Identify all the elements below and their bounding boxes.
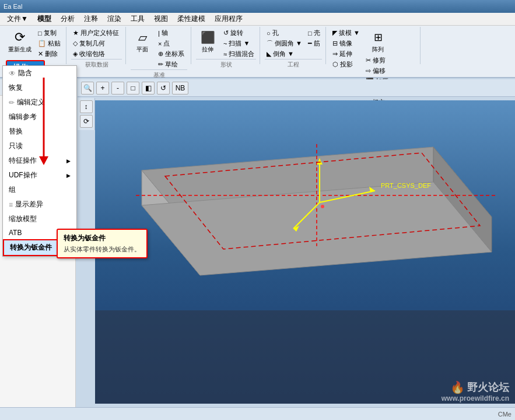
btn-trim[interactable]: ✂ 修剪 [364, 55, 393, 65]
btn-pattern[interactable]: ⊞ 阵列 [364, 28, 393, 55]
vt-rotate[interactable]: ↺ [157, 82, 170, 94]
btn-point[interactable]: × 点 [156, 38, 186, 48]
vt-nb[interactable]: NB [172, 82, 188, 94]
axis-icon: | [158, 30, 160, 37]
status-text: CMe [498, 411, 512, 418]
btn-copy[interactable]: □ 复制 [36, 28, 62, 38]
tooltip-description: 从实体零件转换为钣金件。 [64, 245, 141, 254]
dropdown-item-show-diff[interactable]: ≡ 显示差异 [3, 197, 76, 212]
group-label-getdata: 获取数据 [71, 59, 122, 69]
model-area: PRT_CSYS_DEF [95, 97, 515, 407]
btn-shell[interactable]: □ 壳 [306, 28, 322, 38]
left-mini-toolbar: ↕ ⟳ [78, 98, 95, 130]
paste-icon: 📋 [38, 40, 46, 47]
svg-text:PRT_CSYS_DEF: PRT_CSYS_DEF [381, 182, 431, 189]
menu-model[interactable]: 模型 [33, 13, 56, 25]
btn-rib[interactable]: ━ 筋 [306, 38, 322, 48]
dropdown-item-readonly[interactable]: 只读 [3, 139, 76, 153]
btn-chamfer[interactable]: ◣ 倒角 ▼ [265, 49, 304, 59]
title-text: Ea Eal [3, 3, 22, 10]
blend-icon: ≈ [223, 51, 227, 58]
shell-icon: □ [308, 30, 312, 37]
btn-offset[interactable]: ⇨ 偏移 [364, 66, 393, 76]
dropdown-item-edit-ref[interactable]: 编辑参考 [3, 110, 76, 124]
btn-project[interactable]: ⬡ 投影 [331, 60, 362, 69]
vt-zoom-in[interactable]: + [96, 82, 109, 94]
udf-ops-arrow: ▶ [66, 173, 71, 178]
revolve-icon: ↺ [223, 29, 229, 37]
restore-label: 恢复 [9, 83, 23, 93]
group-label-shape: 形状 [196, 59, 256, 69]
ribbon: ⟳ 重新生成 □ 复制 📋 粘贴 ✕ 删除 操作 ▼ 操作 [0, 26, 515, 78]
vt-view2[interactable]: ◧ [142, 82, 155, 94]
menu-view[interactable]: 视图 [149, 13, 173, 25]
ops-dropdown: 👁 隐含 恢复 ✏ 编辑定义 编辑参考 替换 只读 特征操作 ▶ UDF操作 ▶… [2, 65, 77, 257]
btn-plane[interactable]: ▱ 平面 [131, 28, 154, 55]
btn-sketch[interactable]: ✏ 草绘 [156, 60, 186, 69]
dropdown-item-restore[interactable]: 恢复 [3, 80, 76, 95]
copy-geo-icon: ◇ [73, 40, 78, 47]
viewport-toolbar: 🔍 + - □ ◧ ↺ NB [78, 79, 515, 97]
btn-blend[interactable]: ≈ 扫描混合 [222, 49, 256, 59]
vt-view1[interactable]: □ [127, 82, 139, 94]
mirror-icon: ⊟ [332, 40, 338, 47]
svg-point-15 [321, 205, 324, 208]
btn-mirror[interactable]: ⊟ 镜像 [331, 38, 362, 48]
menu-flex-model[interactable]: 柔性建模 [173, 13, 210, 25]
regenerate-icon: ⟳ [12, 29, 28, 46]
draft-icon: ◤ [332, 29, 337, 37]
btn-sweep[interactable]: ~ 扫描 ▼ [222, 38, 256, 48]
btn-extrude[interactable]: ⬛ 拉伸 [196, 28, 219, 55]
point-icon: × [158, 40, 162, 47]
dropdown-item-scale[interactable]: 缩放模型 [3, 212, 76, 226]
btn-user-feature[interactable]: ★ 用户定义特征 [71, 28, 121, 38]
dropdown-item-feature-ops[interactable]: 特征操作 ▶ [3, 153, 76, 168]
lt-btn2[interactable]: ⟳ [80, 115, 93, 128]
edit-def-icon: ✏ [9, 99, 15, 107]
btn-pattern-label: 阵列 [372, 46, 384, 54]
udf-ops-label: UDF操作 [9, 170, 37, 180]
feature-ops-arrow: ▶ [66, 158, 71, 164]
menu-render[interactable]: 渲染 [103, 13, 126, 25]
lt-btn1[interactable]: ↕ [80, 100, 93, 113]
btn-shrinkwrap[interactable]: ◈ 收缩包络 [71, 49, 121, 59]
dropdown-item-hide[interactable]: 👁 隐含 [3, 66, 76, 80]
btn-round[interactable]: ⌒ 倒圆角 ▼ [265, 38, 304, 48]
project-icon: ⬡ [332, 61, 338, 68]
btn-regenerate[interactable]: ⟳ 重新生成 [6, 28, 34, 55]
ribbon-group-engineering: ○ 孔 ⌒ 倒圆角 ▼ ◣ 倒角 ▼ □ 壳 ━ 筋 工程 [261, 27, 326, 64]
readonly-label: 只读 [9, 141, 23, 151]
delete-icon: ✕ [38, 50, 43, 58]
menu-applications[interactable]: 应用程序 [210, 13, 247, 25]
btn-axis[interactable]: | 轴 [156, 28, 186, 38]
ribbon-group-edit: ◤ 拔模 ▼ ⊟ 镜像 ⇒ 延伸 ⬡ 投影 ⊞ 阵列 ✂ 修剪 ⇨ 偏移 ⬛ 加… [327, 27, 421, 64]
ribbon-content: ⟳ 重新生成 □ 复制 📋 粘贴 ✕ 删除 操作 ▼ 操作 [0, 26, 515, 65]
btn-draft[interactable]: ◤ 拔模 ▼ [331, 28, 362, 38]
menu-tools[interactable]: 工具 [126, 13, 149, 25]
btn-copy-geo[interactable]: ◇ 复制几何 [71, 38, 121, 48]
menu-analysis[interactable]: 分析 [56, 13, 79, 25]
group-label-datum: 基准 [131, 69, 187, 79]
svg-rect-1 [95, 310, 515, 404]
pattern-icon: ⊞ [370, 29, 386, 46]
hide-label: 隐含 [18, 68, 32, 78]
btn-coord[interactable]: ⊕ 坐标系 [156, 49, 186, 59]
vt-zoom-fit[interactable]: 🔍 [81, 82, 94, 94]
feature-ops-label: 特征操作 [9, 156, 37, 166]
atb-label: ATB [9, 229, 22, 237]
vt-zoom-out[interactable]: - [111, 82, 124, 94]
dropdown-item-edit-def[interactable]: ✏ 编辑定义 [3, 95, 76, 110]
dropdown-item-replace[interactable]: 替换 [3, 124, 76, 139]
user-feature-icon: ★ [73, 29, 79, 37]
btn-hole[interactable]: ○ 孔 [265, 28, 304, 38]
dropdown-item-udf-ops[interactable]: UDF操作 ▶ [3, 168, 76, 183]
status-bar: CMe [0, 407, 515, 420]
btn-delete[interactable]: ✕ 删除 [36, 49, 62, 59]
menu-file[interactable]: 文件▼ [2, 13, 33, 25]
dropdown-item-group[interactable]: 组 [3, 183, 76, 197]
btn-extend[interactable]: ⇒ 延伸 [331, 49, 362, 59]
btn-regenerate-label: 重新生成 [8, 46, 31, 54]
menu-annotation[interactable]: 注释 [79, 13, 103, 25]
btn-revolve[interactable]: ↺ 旋转 [222, 28, 256, 38]
btn-paste[interactable]: 📋 粘贴 [36, 38, 62, 48]
